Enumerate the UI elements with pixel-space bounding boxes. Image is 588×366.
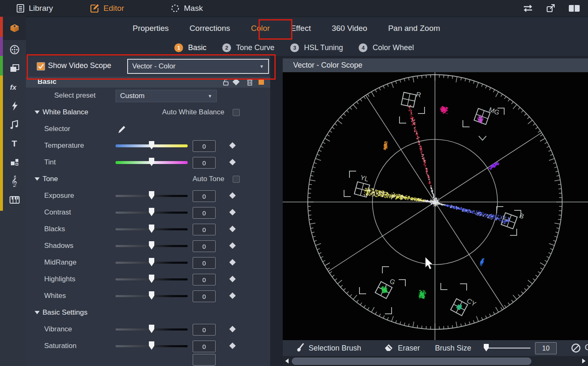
tab-properties[interactable]: Properties <box>133 24 169 33</box>
keyframe-diamond-icon[interactable] <box>234 79 239 84</box>
slider-thumb-blacks[interactable] <box>149 225 154 233</box>
keyframe-diamond-icon[interactable] <box>229 259 236 266</box>
value-box-vibrance[interactable]: 0 <box>193 324 216 336</box>
value-box-temperature[interactable]: 0 <box>193 140 216 152</box>
tab-360-video[interactable]: 360 Video <box>332 24 367 33</box>
scroll-right-arrow-icon[interactable] <box>582 358 585 363</box>
trash-icon[interactable] <box>246 78 254 88</box>
slider-thumb-midrange[interactable] <box>149 258 154 266</box>
brush-size-slider-thumb[interactable] <box>484 344 489 351</box>
rail-item-music-note[interactable] <box>3 115 26 134</box>
value-box-whites[interactable]: 0 <box>193 290 216 302</box>
video-scope-dropdown[interactable]: Vector - Color ▼ <box>127 59 269 74</box>
topbar-tab-mask[interactable]: Mask <box>170 0 203 17</box>
step-tab-color-wheel[interactable]: 4Color Wheel <box>359 43 414 52</box>
step-tab-basic[interactable]: 1Basic <box>174 43 206 52</box>
collapse-triangle-icon[interactable] <box>35 111 40 114</box>
keyframe-diamond-icon[interactable] <box>229 142 236 149</box>
rail-item-effects-fx[interactable]: fx <box>3 78 26 96</box>
rail-item-media-box[interactable] <box>3 17 26 40</box>
dual-panel-icon[interactable] <box>568 4 580 13</box>
slider-row-vibrance: Vibrance0 <box>26 321 270 338</box>
rail-item-lightning[interactable] <box>3 96 26 115</box>
topbar-tab-library[interactable]: Library <box>16 0 53 17</box>
brush-size-value[interactable]: 10 <box>535 342 557 354</box>
basic-section-header: Basic <box>26 77 270 88</box>
vectorscope-canvas[interactable]: RMGYLBGCY <box>283 72 588 340</box>
value-box-highlights[interactable]: 0 <box>193 274 216 285</box>
clipped-value-box <box>193 354 216 366</box>
export-window-icon[interactable] <box>545 3 556 14</box>
lock-icon[interactable] <box>222 78 229 88</box>
application-window: LibraryEditorMask fxT𝄞 PropertiesCorrect… <box>0 0 588 366</box>
slider-thumb-vibrance[interactable] <box>149 325 154 333</box>
keyframe-diamond-icon[interactable] <box>229 343 236 349</box>
vectorscope-graphic: RMGYLBGCY <box>283 72 588 340</box>
keyframe-diamond-icon[interactable] <box>229 226 236 232</box>
keyframe-diamond-icon[interactable] <box>229 276 236 283</box>
value-box-saturation[interactable]: 0 <box>193 341 216 352</box>
scroll-left-arrow-icon[interactable] <box>285 358 289 363</box>
tab-color[interactable]: Color <box>251 24 270 33</box>
value-box-shadows[interactable]: 0 <box>193 240 216 252</box>
value-box-midrange[interactable]: 0 <box>193 257 216 269</box>
slider-thumb-highlights[interactable] <box>149 275 154 283</box>
slider-thumb-contrast[interactable] <box>149 208 154 216</box>
preset-dropdown[interactable]: Custom▼ <box>116 90 217 102</box>
keyframe-diamond-icon[interactable] <box>229 209 236 216</box>
keyframe-diamond-icon[interactable] <box>229 192 236 199</box>
keyboard-icon <box>9 195 20 205</box>
graticule-bracket <box>399 280 405 286</box>
collapse-triangle-icon[interactable] <box>35 177 40 181</box>
swap-arrows-icon[interactable] <box>522 4 534 13</box>
eyedropper-pen-icon[interactable] <box>117 124 127 136</box>
keyframe-diamond-icon[interactable] <box>229 326 236 333</box>
step-tab-tone-curve[interactable]: 2Tone Curve <box>222 43 274 52</box>
value-box-contrast[interactable]: 0 <box>193 207 216 219</box>
value-box-blacks[interactable]: 0 <box>193 224 216 235</box>
value-box-tint[interactable]: 0 <box>193 157 216 169</box>
collapse-triangle-icon[interactable] <box>35 311 40 314</box>
step-number-badge: 1 <box>174 43 183 52</box>
slider-thumb-temperature[interactable] <box>149 141 154 149</box>
keyframe-diamond-icon[interactable] <box>229 242 236 249</box>
slider-row-whites: Whites0 <box>26 288 270 305</box>
scrollbar-thumb[interactable] <box>292 358 531 365</box>
show-video-scope-checkbox[interactable] <box>37 62 45 71</box>
checkbox-auto-white-balance[interactable] <box>233 109 240 116</box>
tab-effect[interactable]: Effect <box>291 24 311 33</box>
slider-row-temperature: Temperature0 <box>26 138 270 154</box>
topbar-tab-editor[interactable]: Editor <box>90 0 124 17</box>
checkbox-auto-tone[interactable] <box>233 176 240 183</box>
rail-item-overlay-squares[interactable] <box>3 153 26 172</box>
svg-text:𝄞: 𝄞 <box>11 175 17 187</box>
orange-square-icon[interactable] <box>259 79 264 85</box>
eraser-button[interactable]: Eraser <box>384 340 420 356</box>
rail-item-film-reel[interactable] <box>3 40 26 59</box>
rail-item-audio-clef[interactable]: 𝄞 <box>3 172 26 190</box>
rail-item-transitions[interactable] <box>3 59 26 78</box>
value-box-exposure[interactable]: 0 <box>193 190 216 202</box>
scope-horizontal-scrollbar[interactable] <box>283 356 588 366</box>
slider-thumb-exposure[interactable] <box>149 191 154 199</box>
tab-pan-and-zoom[interactable]: Pan and Zoom <box>388 24 440 33</box>
step-tab-hsl-tuning[interactable]: 3HSL Tuning <box>290 43 343 52</box>
slider-thumb-whites[interactable] <box>149 291 154 300</box>
graticule-bracket <box>418 107 425 114</box>
tab-corrections[interactable]: Corrections <box>190 24 230 33</box>
rail-item-keyboard[interactable] <box>3 190 26 209</box>
rail-item-title-text[interactable]: T <box>3 134 26 153</box>
graticule-bracket <box>349 171 356 178</box>
selection-brush-button[interactable]: Selection Brush <box>295 340 361 356</box>
keyframe-diamond-icon[interactable] <box>229 159 236 166</box>
slider-thumb-saturation[interactable] <box>149 341 154 350</box>
keyframe-diamond-icon[interactable] <box>229 293 236 299</box>
slider-thumb-shadows[interactable] <box>149 241 154 250</box>
slider-row-saturation: Saturation0 <box>26 338 270 355</box>
slider-thumb-tint[interactable] <box>149 158 154 166</box>
scope-title-bar: Vector - Color Scope <box>283 58 588 72</box>
brush-size-slider-track[interactable] <box>487 348 530 348</box>
step-number-badge: 4 <box>359 43 367 52</box>
left-toolbar-rail: fxT𝄞 <box>0 17 26 366</box>
clear-selection-icon[interactable] <box>570 343 581 353</box>
